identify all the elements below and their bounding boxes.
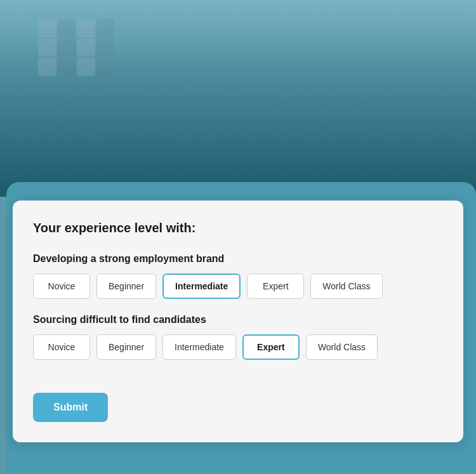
modal-title: Your experience level with: xyxy=(33,221,443,235)
question-1-label: Developing a strong employment brand xyxy=(33,253,443,265)
q2-beginner-button[interactable]: Beginner xyxy=(96,334,156,360)
q1-worldclass-button[interactable]: World Class xyxy=(310,273,382,299)
question-1-options: Novice Beginner Intermediate Expert Worl… xyxy=(33,273,443,299)
q1-beginner-button[interactable]: Beginner xyxy=(96,273,156,299)
q1-expert-button[interactable]: Expert xyxy=(247,273,304,299)
checker-pattern xyxy=(38,19,114,76)
experience-modal: Your experience level with: Developing a… xyxy=(13,201,463,442)
question-2-label: Sourcing difficult to find candidates xyxy=(33,314,443,326)
q2-novice-button[interactable]: Novice xyxy=(33,334,90,360)
q2-expert-button[interactable]: Expert xyxy=(242,334,300,360)
submit-button[interactable]: Submit xyxy=(33,393,108,422)
q1-novice-button[interactable]: Novice xyxy=(33,273,90,299)
question-2: Sourcing difficult to find candidates No… xyxy=(33,314,443,360)
q2-worldclass-button[interactable]: World Class xyxy=(306,334,378,360)
q2-intermediate-button[interactable]: Intermediate xyxy=(162,334,236,360)
q1-intermediate-button[interactable]: Intermediate xyxy=(162,273,241,299)
question-1: Developing a strong employment brand Nov… xyxy=(33,253,443,299)
question-2-options: Novice Beginner Intermediate Expert Worl… xyxy=(33,334,443,360)
